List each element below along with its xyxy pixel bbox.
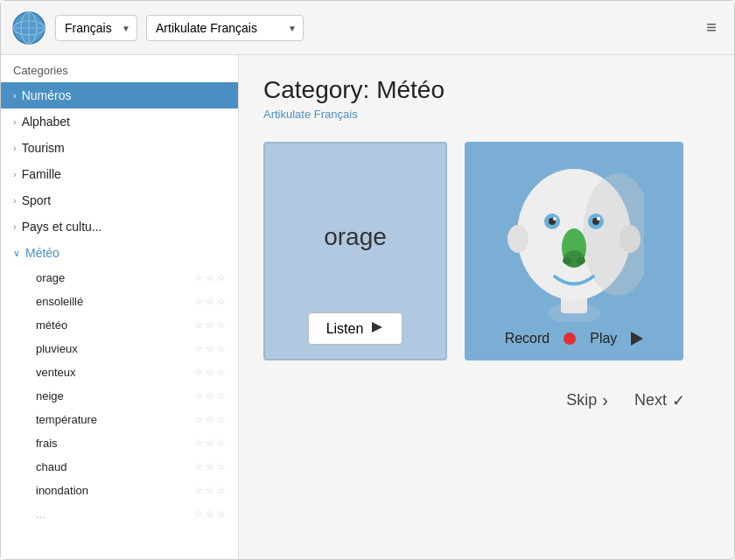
star-rating: ☆ ☆ ☆ <box>194 414 226 425</box>
sidebar-item-pays[interactable]: › Pays et cultu... <box>1 214 238 240</box>
globe-icon <box>11 10 46 46</box>
star-rating: ☆ ☆ ☆ <box>194 461 226 472</box>
header: Français Artikulate Français ≡ <box>1 1 734 55</box>
svg-point-14 <box>553 217 556 220</box>
word-display: orage <box>324 161 387 312</box>
subcategory-label: ... <box>36 508 46 521</box>
sidebar-item-label: Météo <box>25 246 60 260</box>
subcategory-temperature[interactable]: température ☆ ☆ ☆ <box>1 408 238 431</box>
play-button[interactable] <box>631 332 643 346</box>
star-rating: ☆ ☆ ☆ <box>194 508 226 520</box>
subcategory-label: neige <box>36 389 64 402</box>
play-label: Play <box>590 331 617 346</box>
star-rating: ☆ ☆ ☆ <box>194 343 226 354</box>
sidebar-item-meteo[interactable]: ∨ Météo <box>1 240 238 266</box>
svg-marker-5 <box>372 322 382 332</box>
sidebar-item-famille[interactable]: › Famille <box>1 161 238 187</box>
sidebar-item-label: Numéros <box>22 88 72 102</box>
record-play-controls: Record Play <box>505 331 644 346</box>
skip-button[interactable]: Skip › <box>566 390 608 410</box>
sidebar-item-label: Pays et cultu... <box>22 220 102 234</box>
cards-row: orage Listen <box>263 142 710 360</box>
next-label: Next <box>634 391 667 410</box>
sidebar-item-alphabet[interactable]: › Alphabet <box>1 108 238 135</box>
listen-button[interactable]: Listen <box>308 312 403 345</box>
next-button[interactable]: Next ✓ <box>634 391 685 410</box>
subcategory-label: inondation <box>36 484 88 497</box>
voice-select[interactable]: Artikulate Français <box>146 15 304 41</box>
chevron-down-icon: ∨ <box>13 248 20 259</box>
content-area: Category: Météo Artikulate Français orag… <box>239 55 734 559</box>
star-rating: ☆ ☆ ☆ <box>194 438 226 449</box>
subcategory-ensoleille[interactable]: ensoleillé ☆ ☆ ☆ <box>1 290 238 313</box>
chevron-right-icon: › <box>13 116 17 127</box>
language-select-wrapper[interactable]: Français <box>55 15 137 41</box>
sidebar-item-sport[interactable]: › Sport <box>1 187 238 214</box>
sidebar-item-label: Famille <box>22 167 61 181</box>
star-rating: ☆ ☆ ☆ <box>194 272 226 284</box>
subcategory-label: pluvieux <box>36 342 78 355</box>
language-select[interactable]: Français <box>55 15 137 41</box>
category-subtitle: Artikulate Français <box>263 108 710 121</box>
subcategory-label: météo <box>36 318 67 332</box>
svg-point-9 <box>508 225 528 253</box>
subcategory-label: orage <box>36 271 65 284</box>
face-card: Record Play <box>465 142 683 360</box>
star-rating: ☆ ☆ ☆ <box>194 296 226 307</box>
subcategory-inondation[interactable]: inondation ☆ ☆ ☆ <box>1 479 238 502</box>
star-rating: ☆ ☆ ☆ <box>194 319 226 331</box>
sidebar-item-label: Sport <box>22 193 51 207</box>
svg-point-21 <box>577 257 585 264</box>
app-window: Français Artikulate Français ≡ Categorie… <box>0 0 735 560</box>
subcategory-pluvieux[interactable]: pluvieux ☆ ☆ ☆ <box>1 337 238 360</box>
skip-chevron-icon: › <box>602 390 608 410</box>
subcategory-label: ensoleillé <box>36 295 83 308</box>
voice-select-wrapper[interactable]: Artikulate Français <box>146 15 304 41</box>
sidebar-item-numeros[interactable]: › Numéros <box>1 82 238 108</box>
chevron-right-icon: › <box>13 195 17 206</box>
bottom-nav: Skip › Next ✓ <box>263 382 710 424</box>
subcategory-label: température <box>36 413 97 426</box>
next-check-icon: ✓ <box>672 391 685 410</box>
chevron-right-icon: › <box>13 143 17 153</box>
skip-label: Skip <box>566 391 597 410</box>
subcategory-more[interactable]: ... ☆ ☆ ☆ <box>1 502 238 526</box>
subcategory-label: frais <box>36 437 58 450</box>
subcategory-orage[interactable]: orage ☆ ☆ ☆ <box>1 266 238 290</box>
svg-point-17 <box>597 217 600 220</box>
subcategory-meteo-word[interactable]: météo ☆ ☆ ☆ <box>1 313 238 337</box>
chevron-right-icon: › <box>13 221 17 232</box>
star-rating: ☆ ☆ ☆ <box>194 390 226 402</box>
chevron-right-icon: › <box>13 90 17 101</box>
sidebar-item-label: Tourism <box>22 141 65 155</box>
svg-point-20 <box>563 257 571 264</box>
sidebar-item-label: Alphabet <box>22 115 70 129</box>
sidebar: Categories › Numéros › Alphabet › Touris… <box>1 55 239 559</box>
avatar-face <box>479 156 669 331</box>
record-button[interactable] <box>564 332 576 345</box>
listen-play-icon <box>370 320 384 337</box>
subcategory-frais[interactable]: frais ☆ ☆ ☆ <box>1 431 238 455</box>
listen-label: Listen <box>326 321 364 337</box>
subcategory-chaud[interactable]: chaud ☆ ☆ ☆ <box>1 455 238 479</box>
star-rating: ☆ ☆ ☆ <box>194 367 226 378</box>
page-title: Category: Météo <box>263 76 710 104</box>
sidebar-item-tourism[interactable]: › Tourism <box>1 135 238 161</box>
face-illustration <box>504 164 644 322</box>
star-rating: ☆ ☆ ☆ <box>194 485 226 496</box>
menu-button[interactable]: ≡ <box>699 14 724 41</box>
record-label: Record <box>505 331 550 346</box>
subcategory-venteux[interactable]: venteux ☆ ☆ ☆ <box>1 360 238 384</box>
subcategory-label: venteux <box>36 366 76 379</box>
subcategory-label: chaud <box>36 460 66 473</box>
main-area: Categories › Numéros › Alphabet › Touris… <box>1 55 734 559</box>
sidebar-title: Categories <box>1 55 238 82</box>
subcategory-neige[interactable]: neige ☆ ☆ ☆ <box>1 384 238 408</box>
chevron-right-icon: › <box>13 169 17 179</box>
word-card: orage Listen <box>263 142 447 360</box>
